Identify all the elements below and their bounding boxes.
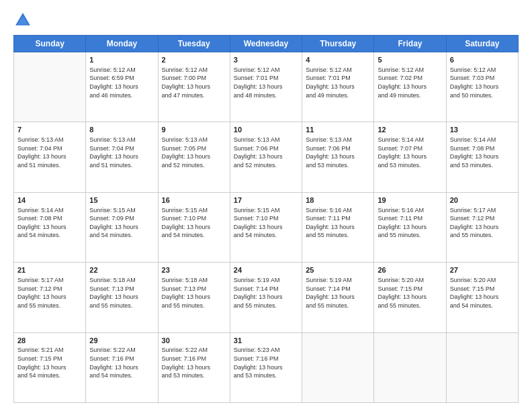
day-info: Sunrise: 5:19 AM Sunset: 7:14 PM Dayligh… — [306, 276, 370, 310]
page: SundayMondayTuesdayWednesdayThursdayFrid… — [0, 0, 532, 411]
day-info: Sunrise: 5:14 AM Sunset: 7:08 PM Dayligh… — [450, 136, 515, 169]
day-number: 9 — [162, 125, 226, 135]
day-number: 24 — [234, 265, 298, 275]
calendar-day-header: Thursday — [302, 36, 374, 52]
day-number: 16 — [162, 195, 226, 205]
calendar-week-row: 1Sunrise: 5:12 AM Sunset: 6:59 PM Daylig… — [14, 52, 519, 122]
day-number: 21 — [17, 265, 82, 275]
calendar-cell: 21Sunrise: 5:17 AM Sunset: 7:12 PM Dayli… — [14, 263, 86, 332]
day-info: Sunrise: 5:13 AM Sunset: 7:06 PM Dayligh… — [234, 136, 298, 169]
day-number: 13 — [450, 125, 515, 135]
day-info: Sunrise: 5:22 AM Sunset: 7:16 PM Dayligh… — [162, 346, 226, 379]
calendar-cell: 27Sunrise: 5:20 AM Sunset: 7:15 PM Dayli… — [446, 263, 518, 332]
calendar-week-row: 28Sunrise: 5:21 AM Sunset: 7:15 PM Dayli… — [14, 332, 519, 402]
day-number: 4 — [306, 55, 370, 65]
calendar-cell: 6Sunrise: 5:12 AM Sunset: 7:03 PM Daylig… — [446, 52, 518, 122]
calendar-cell: 11Sunrise: 5:13 AM Sunset: 7:06 PM Dayli… — [302, 122, 374, 192]
calendar-cell: 8Sunrise: 5:13 AM Sunset: 7:04 PM Daylig… — [86, 122, 158, 192]
day-info: Sunrise: 5:13 AM Sunset: 7:04 PM Dayligh… — [89, 136, 154, 169]
day-number: 1 — [89, 55, 154, 65]
calendar-cell — [374, 332, 446, 402]
day-number: 7 — [17, 125, 82, 135]
day-info: Sunrise: 5:15 AM Sunset: 7:10 PM Dayligh… — [234, 206, 298, 240]
day-info: Sunrise: 5:13 AM Sunset: 7:06 PM Dayligh… — [306, 136, 370, 169]
day-info: Sunrise: 5:20 AM Sunset: 7:15 PM Dayligh… — [450, 276, 515, 310]
day-info: Sunrise: 5:16 AM Sunset: 7:11 PM Dayligh… — [378, 206, 442, 240]
day-info: Sunrise: 5:12 AM Sunset: 6:59 PM Dayligh… — [89, 66, 154, 99]
day-number: 22 — [89, 265, 154, 275]
calendar-header-row: SundayMondayTuesdayWednesdayThursdayFrid… — [14, 36, 519, 52]
calendar-cell — [302, 332, 374, 402]
calendar-cell: 7Sunrise: 5:13 AM Sunset: 7:04 PM Daylig… — [14, 122, 86, 192]
day-info: Sunrise: 5:12 AM Sunset: 7:03 PM Dayligh… — [450, 66, 515, 99]
calendar-cell: 18Sunrise: 5:16 AM Sunset: 7:11 PM Dayli… — [302, 192, 374, 262]
calendar-day-header: Sunday — [14, 36, 86, 52]
calendar-cell: 2Sunrise: 5:12 AM Sunset: 7:00 PM Daylig… — [158, 52, 230, 122]
calendar-day-header: Tuesday — [158, 36, 230, 52]
day-info: Sunrise: 5:12 AM Sunset: 7:02 PM Dayligh… — [378, 66, 442, 99]
calendar-day-header: Friday — [374, 36, 446, 52]
day-number: 11 — [306, 125, 370, 135]
day-info: Sunrise: 5:13 AM Sunset: 7:04 PM Dayligh… — [17, 136, 82, 169]
calendar-cell: 29Sunrise: 5:22 AM Sunset: 7:16 PM Dayli… — [86, 332, 158, 402]
calendar-cell: 14Sunrise: 5:14 AM Sunset: 7:08 PM Dayli… — [14, 192, 86, 262]
day-info: Sunrise: 5:21 AM Sunset: 7:15 PM Dayligh… — [17, 346, 82, 379]
day-info: Sunrise: 5:18 AM Sunset: 7:13 PM Dayligh… — [162, 276, 226, 310]
logo-icon — [13, 11, 32, 30]
day-info: Sunrise: 5:15 AM Sunset: 7:09 PM Dayligh… — [89, 206, 154, 240]
day-number: 26 — [378, 265, 442, 275]
calendar-cell: 3Sunrise: 5:12 AM Sunset: 7:01 PM Daylig… — [230, 52, 302, 122]
day-info: Sunrise: 5:22 AM Sunset: 7:16 PM Dayligh… — [89, 346, 154, 379]
day-info: Sunrise: 5:17 AM Sunset: 7:12 PM Dayligh… — [17, 276, 82, 310]
calendar-cell: 16Sunrise: 5:15 AM Sunset: 7:10 PM Dayli… — [158, 192, 230, 262]
day-number: 3 — [234, 55, 298, 65]
day-number: 10 — [234, 125, 298, 135]
calendar-cell: 19Sunrise: 5:16 AM Sunset: 7:11 PM Dayli… — [374, 192, 446, 262]
calendar-cell: 17Sunrise: 5:15 AM Sunset: 7:10 PM Dayli… — [230, 192, 302, 262]
day-number: 29 — [89, 336, 154, 346]
day-number: 25 — [306, 265, 370, 275]
day-number: 27 — [450, 265, 515, 275]
day-number: 5 — [378, 55, 442, 65]
calendar-cell: 12Sunrise: 5:14 AM Sunset: 7:07 PM Dayli… — [374, 122, 446, 192]
calendar-cell: 23Sunrise: 5:18 AM Sunset: 7:13 PM Dayli… — [158, 263, 230, 332]
calendar-day-header: Saturday — [446, 36, 518, 52]
day-number: 30 — [162, 336, 226, 346]
calendar-week-row: 21Sunrise: 5:17 AM Sunset: 7:12 PM Dayli… — [14, 263, 519, 332]
day-number: 6 — [450, 55, 515, 65]
day-number: 18 — [306, 195, 370, 205]
calendar-cell: 28Sunrise: 5:21 AM Sunset: 7:15 PM Dayli… — [14, 332, 86, 402]
calendar-cell: 13Sunrise: 5:14 AM Sunset: 7:08 PM Dayli… — [446, 122, 518, 192]
calendar-cell — [446, 332, 518, 402]
logo — [13, 11, 35, 30]
day-number: 17 — [234, 195, 298, 205]
calendar-cell: 22Sunrise: 5:18 AM Sunset: 7:13 PM Dayli… — [86, 263, 158, 332]
day-number: 28 — [17, 336, 82, 346]
calendar-cell: 24Sunrise: 5:19 AM Sunset: 7:14 PM Dayli… — [230, 263, 302, 332]
day-info: Sunrise: 5:15 AM Sunset: 7:10 PM Dayligh… — [162, 206, 226, 240]
day-info: Sunrise: 5:14 AM Sunset: 7:08 PM Dayligh… — [17, 206, 82, 240]
day-number: 31 — [234, 336, 298, 346]
calendar-table: SundayMondayTuesdayWednesdayThursdayFrid… — [13, 35, 519, 403]
day-number: 20 — [450, 195, 515, 205]
calendar-cell: 15Sunrise: 5:15 AM Sunset: 7:09 PM Dayli… — [86, 192, 158, 262]
day-info: Sunrise: 5:16 AM Sunset: 7:11 PM Dayligh… — [306, 206, 370, 240]
calendar-cell: 5Sunrise: 5:12 AM Sunset: 7:02 PM Daylig… — [374, 52, 446, 122]
day-number: 12 — [378, 125, 442, 135]
day-info: Sunrise: 5:13 AM Sunset: 7:05 PM Dayligh… — [162, 136, 226, 169]
day-number: 8 — [89, 125, 154, 135]
header — [13, 11, 519, 30]
calendar-week-row: 7Sunrise: 5:13 AM Sunset: 7:04 PM Daylig… — [14, 122, 519, 192]
calendar-cell: 26Sunrise: 5:20 AM Sunset: 7:15 PM Dayli… — [374, 263, 446, 332]
calendar-day-header: Wednesday — [230, 36, 302, 52]
day-info: Sunrise: 5:19 AM Sunset: 7:14 PM Dayligh… — [234, 276, 298, 310]
day-info: Sunrise: 5:20 AM Sunset: 7:15 PM Dayligh… — [378, 276, 442, 310]
day-number: 14 — [17, 195, 82, 205]
calendar-cell: 10Sunrise: 5:13 AM Sunset: 7:06 PM Dayli… — [230, 122, 302, 192]
calendar-week-row: 14Sunrise: 5:14 AM Sunset: 7:08 PM Dayli… — [14, 192, 519, 262]
calendar-cell — [14, 52, 86, 122]
calendar-cell: 1Sunrise: 5:12 AM Sunset: 6:59 PM Daylig… — [86, 52, 158, 122]
calendar-cell: 25Sunrise: 5:19 AM Sunset: 7:14 PM Dayli… — [302, 263, 374, 332]
day-number: 15 — [89, 195, 154, 205]
calendar-cell: 30Sunrise: 5:22 AM Sunset: 7:16 PM Dayli… — [158, 332, 230, 402]
